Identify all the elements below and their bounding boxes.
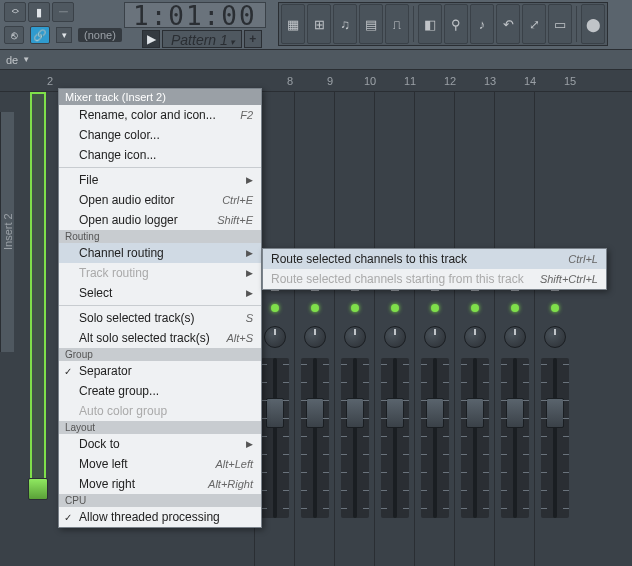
menu-alt-solo[interactable]: Alt solo selected track(s)Alt+S: [59, 328, 261, 348]
fader[interactable]: [261, 358, 289, 518]
pan-knob[interactable]: [384, 326, 406, 348]
submenu-route-to-track[interactable]: Route selected channels to this trackCtr…: [263, 249, 606, 269]
track-led[interactable]: [471, 304, 479, 312]
menu-create-group[interactable]: Create group...: [59, 381, 261, 401]
settings-icon[interactable]: ▭: [548, 4, 572, 44]
track-led[interactable]: [351, 304, 359, 312]
menu-change-icon[interactable]: Change icon...: [59, 145, 261, 165]
fader[interactable]: [301, 358, 329, 518]
menu-open-editor[interactable]: Open audio editorCtrl+E: [59, 190, 261, 210]
fader-cap[interactable]: [266, 398, 284, 428]
plugin-icon[interactable]: ⚲: [444, 4, 468, 44]
track-led[interactable]: [431, 304, 439, 312]
menu-select[interactable]: Select▶: [59, 283, 261, 303]
column-icon[interactable]: 𝄖: [52, 2, 74, 22]
browser-icon[interactable]: ▤: [359, 4, 383, 44]
fader[interactable]: [461, 358, 489, 518]
channel-routing-submenu: Route selected channels to this trackCtr…: [262, 248, 607, 290]
chevron-right-icon: ▶: [246, 175, 253, 185]
pattern-name-label: Pattern 1: [171, 32, 228, 48]
fader-cap[interactable]: [466, 398, 484, 428]
pan-knob[interactable]: [264, 326, 286, 348]
menu-separator[interactable]: ✓Separator: [59, 361, 261, 381]
playlist-icon[interactable]: ▦: [281, 4, 305, 44]
magnet-icon[interactable]: ⎋: [4, 26, 24, 44]
mixer-track[interactable]: Insert 12: [414, 92, 454, 566]
track-led[interactable]: [391, 304, 399, 312]
undo-icon[interactable]: ↶: [496, 4, 520, 44]
snap-none-label[interactable]: (none): [78, 28, 122, 42]
menu-dock-to[interactable]: Dock to▶: [59, 434, 261, 454]
link-icon[interactable]: 🔗: [30, 26, 50, 44]
picker-icon[interactable]: ⤢: [522, 4, 546, 44]
mixer-track[interactable]: Insert 11: [374, 92, 414, 566]
menu-move-left[interactable]: Move leftAlt+Left: [59, 454, 261, 474]
fader-cap[interactable]: [506, 398, 524, 428]
time-display[interactable]: 1:01:00: [124, 2, 266, 28]
chevron-right-icon: ▶: [246, 439, 253, 449]
pan-knob[interactable]: [304, 326, 326, 348]
ruler-cell: 12: [430, 70, 470, 91]
view1-icon[interactable]: ◧: [418, 4, 442, 44]
piano-roll-icon[interactable]: ♫: [333, 4, 357, 44]
menu-channel-routing[interactable]: Channel routing▶: [59, 243, 261, 263]
mixer-track[interactable]: Insert 10: [334, 92, 374, 566]
menu-move-right[interactable]: Move rightAlt+Right: [59, 474, 261, 494]
fader-cap[interactable]: [386, 398, 404, 428]
ruler-cell: 14: [510, 70, 550, 91]
menu-rename[interactable]: Rename, color and icon...F2: [59, 105, 261, 125]
play-button[interactable]: ▶: [142, 30, 160, 48]
top-toolbar: ⌔ ▮ 𝄖 ⎋ 🔗 ▾ (none) 1:01:00 ▶ Pattern 1▾ …: [0, 0, 632, 50]
pattern-selector: ▶ Pattern 1▾ +: [142, 30, 262, 48]
dropdown-arrow-icon[interactable]: ▾: [56, 27, 72, 43]
pan-knob[interactable]: [464, 326, 486, 348]
mixer-header: de ▼: [0, 50, 632, 70]
section-layout: Layout: [59, 421, 261, 434]
ruler-cell: 9: [310, 70, 350, 91]
ruler-cell: 8: [270, 70, 310, 91]
menu-solo[interactable]: Solo selected track(s)S: [59, 308, 261, 328]
marker-icon[interactable]: ▮: [28, 2, 50, 22]
selected-track-fader-cap[interactable]: [28, 478, 48, 500]
fader[interactable]: [421, 358, 449, 518]
pan-knob[interactable]: [544, 326, 566, 348]
pattern-name[interactable]: Pattern 1▾: [162, 30, 242, 48]
track-led[interactable]: [551, 304, 559, 312]
fader-cap[interactable]: [426, 398, 444, 428]
pan-knob[interactable]: [424, 326, 446, 348]
check-icon: ✓: [64, 366, 72, 377]
fader[interactable]: [381, 358, 409, 518]
fader[interactable]: [541, 358, 569, 518]
fader-cap[interactable]: [546, 398, 564, 428]
snap-icon[interactable]: ⌔: [4, 2, 26, 22]
mixer-icon[interactable]: ⎍: [385, 4, 409, 44]
chevron-right-icon: ▶: [246, 288, 253, 298]
pattern-add-button[interactable]: +: [244, 30, 262, 48]
fader[interactable]: [341, 358, 369, 518]
track-led[interactable]: [511, 304, 519, 312]
fader-cap[interactable]: [346, 398, 364, 428]
menu-threaded[interactable]: ✓Allow threaded processing: [59, 507, 261, 527]
ruler-cell: 13: [470, 70, 510, 91]
chevron-right-icon: ▶: [246, 248, 253, 258]
fader-cap[interactable]: [306, 398, 324, 428]
pan-knob[interactable]: [504, 326, 526, 348]
mixer-track[interactable]: Insert 9: [294, 92, 334, 566]
mixer-track[interactable]: Insert 15: [534, 92, 574, 566]
submenu-route-from-track: Route selected channels starting from th…: [263, 269, 606, 289]
fader[interactable]: [501, 358, 529, 518]
tempo-icon[interactable]: ♪: [470, 4, 494, 44]
menu-change-color[interactable]: Change color...: [59, 125, 261, 145]
record-icon[interactable]: ⬤: [581, 4, 605, 44]
menu-file[interactable]: File▶: [59, 170, 261, 190]
pan-knob[interactable]: [344, 326, 366, 348]
menu-open-logger[interactable]: Open audio loggerShift+E: [59, 210, 261, 230]
steps-icon[interactable]: ⊞: [307, 4, 331, 44]
mixer-track[interactable]: Insert 14: [494, 92, 534, 566]
mixer-track[interactable]: Insert 13: [454, 92, 494, 566]
menu-auto-color: Auto color group: [59, 401, 261, 421]
ruler-cell: 15: [550, 70, 590, 91]
chevron-down-icon[interactable]: ▼: [22, 55, 30, 64]
track-led[interactable]: [271, 304, 279, 312]
track-led[interactable]: [311, 304, 319, 312]
